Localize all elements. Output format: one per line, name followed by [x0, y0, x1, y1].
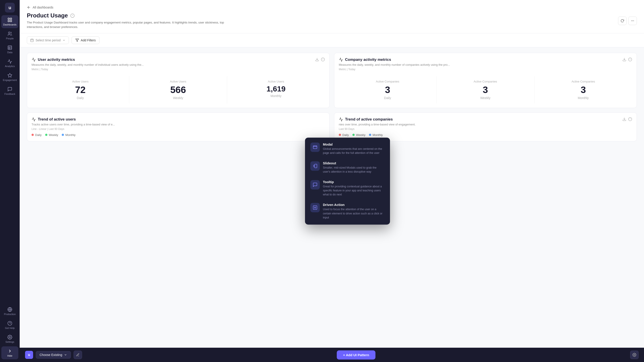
- company-metric-weekly: Active Companies 3 Weekly: [436, 76, 534, 103]
- info-icon[interactable]: [70, 14, 75, 18]
- user-activity-meta: Metric | Today: [32, 68, 144, 71]
- time-period-select[interactable]: Select time period: [27, 36, 69, 44]
- trend-users-legend: Daily Weekly Monthly: [32, 133, 325, 136]
- trend-cards-row: Trend of active users Tracks active user…: [27, 112, 637, 141]
- settings-gear-button[interactable]: [630, 350, 639, 359]
- company-monthly-value: 3: [538, 84, 628, 95]
- svg-point-4: [8, 32, 10, 34]
- dropdown-item-driven-action[interactable]: Driven Action Used to focus the attentio…: [307, 200, 388, 223]
- driven-action-icon: [310, 203, 320, 212]
- back-label: All dashboards: [33, 6, 54, 9]
- page-title-text: Product Usage: [27, 12, 228, 19]
- user-activity-title-area: User activity metrics Measures the daily…: [32, 58, 144, 71]
- sidebar: u Dashboards People Data: [0, 0, 20, 362]
- user-activity-actions: [315, 58, 325, 62]
- svg-rect-2: [8, 20, 10, 22]
- dropdown-item-slideout[interactable]: Slideout Smaller, mid-sized Modals used …: [307, 158, 388, 177]
- legend-companies-weekly-label: Weekly: [356, 133, 366, 136]
- sidebar-item-hide[interactable]: Hide: [1, 346, 18, 359]
- company-activity-title: Company activity metrics: [345, 58, 391, 62]
- tooltip-icon: [310, 180, 320, 190]
- legend-daily: Daily: [32, 133, 42, 136]
- metric-daily-value: 72: [35, 84, 126, 95]
- more-options-icon: [631, 19, 634, 22]
- svg-rect-46: [313, 206, 317, 210]
- legend-monthly-dot: [62, 134, 64, 136]
- slideout-text: Slideout Smaller, mid-sized Modals used …: [323, 161, 384, 174]
- add-ui-pattern-button[interactable]: + Add UI Pattern: [337, 350, 376, 360]
- sidebar-label-data: Data: [7, 51, 12, 54]
- header-actions: [618, 16, 637, 25]
- sidebar-label-hide: Hide: [8, 354, 12, 357]
- metric-weekly: Active Users 566 Weekly: [129, 76, 227, 103]
- metric-monthly: Active Users 1,619 Monthly: [227, 76, 325, 103]
- pencil-button[interactable]: [74, 350, 82, 359]
- company-download-icon[interactable]: [622, 58, 626, 62]
- back-nav[interactable]: All dashboards: [27, 5, 637, 10]
- app-logo[interactable]: u: [5, 3, 15, 12]
- metric-weekly-label: Active Users: [133, 80, 223, 83]
- modal-text: Modal Global announcements that are cent…: [323, 142, 384, 155]
- sidebar-item-analytics[interactable]: Analytics: [1, 57, 18, 70]
- company-metric-monthly: Active Companies 3 Monthly: [534, 76, 632, 103]
- trend-download-icon[interactable]: [622, 117, 626, 121]
- trend-users-title: Trend of active users: [38, 117, 76, 122]
- sidebar-label-analytics: Analytics: [5, 65, 15, 68]
- trend-users-desc: Tracks active users over time, providing…: [32, 122, 115, 126]
- sidebar-label-feedback: Feedback: [4, 92, 15, 95]
- sidebar-item-people[interactable]: People: [1, 29, 18, 42]
- sidebar-label-production: Production: [4, 313, 16, 316]
- trend-info-icon[interactable]: [628, 117, 632, 121]
- production-icon: [8, 307, 12, 312]
- trend-users-header: Trend of active users Tracks active user…: [32, 117, 325, 130]
- sidebar-item-settings[interactable]: Settings: [1, 332, 18, 346]
- legend-weekly-label: Weekly: [49, 133, 58, 136]
- refresh-icon: [620, 19, 624, 22]
- page-description: The Product Usage Dashboard tracks user …: [27, 20, 228, 30]
- dropdown-item-tooltip[interactable]: Tooltip Great for providing contextual g…: [307, 177, 388, 200]
- company-info-icon[interactable]: [628, 58, 632, 62]
- add-filters-label: Add Filters: [81, 38, 96, 42]
- add-filters-button[interactable]: Add Filters: [72, 36, 100, 44]
- legend-daily-label: Daily: [35, 133, 42, 136]
- svg-marker-26: [76, 39, 78, 42]
- svg-point-47: [314, 207, 316, 208]
- more-options-button[interactable]: [628, 16, 637, 25]
- sidebar-bottom: Production Get Help Settings Hide: [0, 305, 20, 359]
- sidebar-label-engagement: Engagement: [3, 79, 17, 82]
- sidebar-item-production[interactable]: Production: [1, 305, 18, 318]
- refresh-button[interactable]: [618, 16, 626, 25]
- legend-companies-monthly-label: Monthly: [372, 133, 383, 136]
- sidebar-item-feedback[interactable]: Feedback: [1, 84, 18, 98]
- company-weekly-period: Weekly: [440, 96, 530, 100]
- sidebar-item-dashboards[interactable]: Dashboards: [1, 15, 18, 28]
- sidebar-item-engagement[interactable]: Engagement: [1, 71, 18, 84]
- svg-rect-5: [8, 46, 12, 50]
- svg-rect-0: [8, 18, 10, 20]
- company-activity-chart-icon: [339, 58, 343, 62]
- filter-icon: [75, 38, 79, 42]
- legend-daily-dot: [32, 134, 34, 136]
- svg-point-14: [9, 336, 10, 338]
- info-circle-icon[interactable]: [321, 58, 325, 62]
- company-monthly-period: Monthly: [538, 96, 628, 100]
- pencil-icon: [76, 353, 80, 357]
- bottom-bar: u Choose Existing + Add UI Pattern: [20, 348, 644, 362]
- company-activity-title-area: Company activity metrics Measures the da…: [339, 58, 450, 71]
- data-icon: [8, 45, 12, 50]
- back-arrow-icon: [27, 5, 31, 10]
- dropdown-item-modal[interactable]: Modal Global announcements that are cent…: [307, 139, 388, 158]
- tooltip-text: Tooltip Great for providing contextual g…: [323, 180, 384, 196]
- card-title-row: User activity metrics: [32, 58, 144, 62]
- company-card-title-row: Company activity metrics: [339, 58, 450, 62]
- choose-existing-button[interactable]: Choose Existing: [36, 351, 71, 359]
- metric-daily-label: Active Users: [35, 80, 126, 83]
- feedback-icon: [8, 87, 12, 92]
- download-icon[interactable]: [315, 58, 319, 62]
- sidebar-item-get-help[interactable]: Get Help: [1, 318, 18, 332]
- sidebar-item-data[interactable]: Data: [1, 43, 18, 56]
- company-daily-value: 3: [342, 84, 433, 95]
- trend-companies-header: Trend of active companies nies over time…: [339, 117, 632, 130]
- trend-companies-card: Trend of active companies nies over time…: [334, 112, 637, 141]
- company-activity-card: Company activity metrics Measures the da…: [334, 53, 637, 108]
